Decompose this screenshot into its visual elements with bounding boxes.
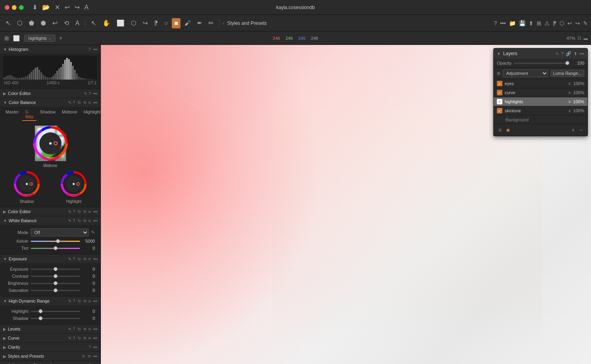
single-view-icon[interactable]: ⬜	[12, 34, 21, 43]
grid-icon[interactable]: ⊞	[537, 20, 541, 26]
more-icon[interactable]: •••	[93, 257, 97, 261]
more-icon[interactable]: •••	[93, 91, 97, 96]
tab-3way[interactable]: 3-Way	[22, 108, 37, 121]
list-icon[interactable]: ≡	[89, 219, 91, 223]
luma-range-button[interactable]: Luma Range...	[550, 70, 584, 77]
layer-eyes-checkbox[interactable]: ✓	[497, 81, 502, 86]
more-icon[interactable]: •••	[93, 100, 97, 105]
grid-view-icon[interactable]: ⊞	[3, 34, 10, 43]
list-icon[interactable]: ≡	[89, 257, 91, 261]
cursor-tool[interactable]: ↖	[89, 18, 98, 28]
tint-thumb[interactable]	[54, 246, 58, 250]
sync-icon[interactable]: ↻	[78, 336, 81, 340]
curve-header[interactable]: ▶ Curve ✎ ? ↻ ⟲ ≡ •••	[0, 334, 100, 342]
layer-skintone-settings-icon[interactable]: ≡	[568, 108, 571, 113]
rotate-tool[interactable]: ⟲	[61, 18, 71, 28]
fullscreen-button[interactable]	[19, 5, 24, 10]
more-icon[interactable]: •••	[93, 345, 97, 349]
opacity-thumb[interactable]	[565, 61, 569, 65]
more-icon[interactable]: •••	[500, 20, 506, 26]
help-icon[interactable]: ?	[89, 47, 91, 52]
link-icon[interactable]: 🔗	[566, 51, 571, 56]
export-icon[interactable]: 💾	[519, 20, 526, 26]
midtone-wheel[interactable]	[33, 126, 68, 162]
sync-icon[interactable]: ↻	[78, 210, 81, 214]
close-button[interactable]	[5, 5, 9, 10]
sync-icon[interactable]: ↻	[78, 257, 81, 261]
history-icon[interactable]: ⟲	[83, 219, 86, 223]
layers-list-icon[interactable]: ≡	[497, 126, 503, 134]
histogram-header[interactable]: ▼ Histogram ? •••	[0, 45, 100, 54]
history-icon[interactable]: ⟲	[83, 336, 86, 340]
help-icon[interactable]: ?	[73, 100, 75, 105]
undo2-icon[interactable]: ↩	[567, 20, 572, 26]
help-icon[interactable]: ?	[561, 51, 563, 56]
polygon-tool[interactable]: ⬟	[26, 18, 37, 28]
sync-icon[interactable]: ↻	[78, 327, 81, 331]
text-icon[interactable]: A	[84, 3, 89, 12]
help-icon[interactable]: ?	[494, 20, 497, 26]
delete-layer-button[interactable]: −	[578, 126, 584, 134]
contrast-track[interactable]	[31, 276, 80, 277]
brush-tool[interactable]: 🖌	[182, 18, 193, 28]
tab-shadow[interactable]: Shadow	[37, 108, 59, 121]
undo-icon[interactable]: ↩	[64, 3, 71, 12]
warning-icon[interactable]: ⚠	[545, 20, 550, 26]
layer-curve-settings-icon[interactable]: ≡	[568, 90, 571, 95]
color-editor-1-header[interactable]: ▶ Color Editor ✎ ? •••	[0, 89, 100, 98]
adjustments-clipboard-header[interactable]: ▶ Adjustments Clipboard ? •••	[0, 361, 100, 364]
tab-master[interactable]: Master	[2, 108, 22, 121]
shape-tool[interactable]: ⬢	[38, 18, 48, 28]
contrast-thumb[interactable]	[54, 274, 58, 278]
text-tool[interactable]: A	[73, 18, 82, 28]
exposure-thumb[interactable]	[54, 267, 58, 271]
sync-icon[interactable]: ↻	[82, 354, 85, 358]
layer-highlights[interactable]: ✓ highlights ≡ 100%	[494, 97, 587, 106]
more-icon[interactable]: •••	[93, 299, 97, 303]
layers-color-btn[interactable]: ■	[505, 126, 511, 134]
marquee-tool[interactable]: ⬜	[114, 18, 127, 28]
redo2-icon[interactable]: ↪	[575, 20, 580, 26]
highlight-hdr-thumb[interactable]	[39, 309, 43, 313]
tint-track[interactable]	[31, 248, 80, 249]
kelvin-track[interactable]	[31, 241, 80, 242]
add-layer-button[interactable]: +	[570, 126, 576, 134]
select-tool[interactable]: ↖	[3, 18, 13, 28]
saturation-thumb[interactable]	[54, 288, 58, 292]
history-icon[interactable]: ⟲	[83, 257, 86, 261]
history-icon[interactable]: ⟲	[83, 299, 86, 303]
list-icon[interactable]: ≡	[89, 299, 91, 303]
help-icon[interactable]: ?	[73, 299, 75, 303]
color-tool[interactable]: ■	[172, 18, 180, 28]
compare-icon[interactable]: ⬡	[559, 20, 564, 26]
upload-icon[interactable]: ⬆	[529, 20, 533, 26]
shadow-hdr-track[interactable]	[31, 318, 80, 319]
help-icon[interactable]: ?	[73, 336, 75, 340]
more-icon[interactable]: •••	[93, 210, 97, 214]
layer-eyes[interactable]: ✓ eyes ≡ 100%	[494, 79, 587, 88]
browse-icon[interactable]: 📁	[509, 20, 516, 26]
exposure-header[interactable]: ▼ Exposure ✎ ? ↻ ⟲ ≡ •••	[0, 254, 100, 263]
help-icon[interactable]: ?	[89, 345, 91, 349]
styles-presets-header[interactable]: ▶ Styles and Presets ↻ ⟲ •••	[0, 352, 100, 360]
highlights-tab[interactable]: highlights ⌄	[24, 35, 56, 42]
export-icon[interactable]: ⬆	[574, 51, 577, 56]
opacity-slider[interactable]	[514, 63, 569, 64]
more-icon[interactable]: •••	[93, 327, 97, 331]
hand-tool[interactable]: ✋	[100, 18, 113, 28]
brightness-track[interactable]	[31, 283, 80, 284]
levels-header[interactable]: ▶ Levels ✎ ? ↻ ⟲ ≡ •••	[0, 325, 100, 333]
help-icon[interactable]: ?	[73, 219, 75, 223]
history-icon[interactable]: ⟲	[83, 327, 86, 331]
help-icon[interactable]: ?	[73, 210, 75, 214]
columns-icon[interactable]: ⁋	[553, 20, 556, 26]
history-icon[interactable]: ⟲	[87, 354, 91, 358]
settings-icon[interactable]: ✎	[583, 20, 588, 26]
minimize-button[interactable]	[12, 5, 17, 10]
history-icon[interactable]: ⟲	[83, 100, 86, 105]
layer-curve-checkbox[interactable]: ✓	[497, 90, 502, 95]
color-editor-2-header[interactable]: ▶ Color Editor ✎ ? ↻ ⟲ ≡ •••	[0, 207, 100, 216]
hdr-header[interactable]: ▼ High Dynamic Range ✎ ? ↻ ⟲ ≡ •••	[0, 297, 100, 305]
mode-select[interactable]: Off Auto Daylight Cloudy Custom	[31, 228, 89, 236]
highlight-hdr-track[interactable]	[31, 311, 80, 312]
